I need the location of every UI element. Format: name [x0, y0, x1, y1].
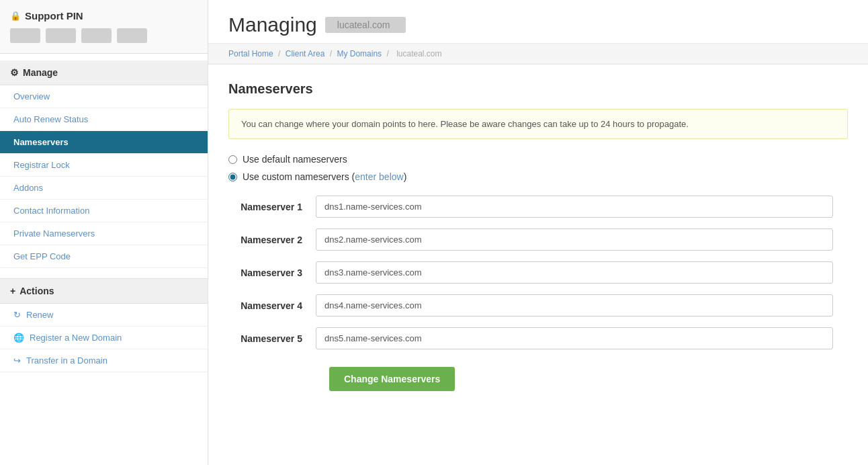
ns-row-3: Nameserver 3 — [228, 261, 833, 284]
radio-default-option[interactable]: Use default nameservers — [228, 154, 848, 165]
globe-icon: 🌐 — [13, 333, 24, 343]
breadcrumb-sep2: / — [330, 49, 335, 58]
btn-row: Change Nameservers — [228, 360, 833, 391]
nameserver-form: Nameserver 1 Nameserver 2 Nameserver 3 N… — [228, 196, 833, 391]
support-pin-label: Support PIN — [25, 10, 83, 22]
ns-input-2[interactable] — [316, 228, 833, 251]
pin-block — [117, 28, 147, 43]
radio-default-input[interactable] — [228, 155, 237, 164]
breadcrumb-portal-home[interactable]: Portal Home — [228, 49, 273, 58]
enter-below-link[interactable]: enter below — [355, 171, 403, 182]
sidebar-item-private-nameservers[interactable]: Private Nameservers — [0, 222, 208, 245]
lock-icon: 🔒 — [10, 11, 21, 21]
renew-icon: ↻ — [13, 310, 21, 320]
sidebar-item-nameservers[interactable]: Nameservers — [0, 131, 208, 154]
breadcrumb-sep3: / — [386, 49, 391, 58]
manage-header-label: Manage — [23, 67, 58, 78]
sidebar-item-overview[interactable]: Overview — [0, 85, 208, 108]
actions-section: + Actions ↻ Renew 🌐 Register a New Domai… — [0, 278, 208, 372]
actions-header-label: Actions — [19, 286, 54, 296]
ns-row-4: Nameserver 4 — [228, 294, 833, 316]
ns-input-1[interactable] — [316, 196, 833, 218]
breadcrumb-my-domains[interactable]: My Domains — [337, 49, 382, 58]
actions-nav: ↻ Renew 🌐 Register a New Domain ↪ Transf… — [0, 304, 208, 372]
support-pin-box: 🔒 Support PIN — [0, 0, 208, 54]
sidebar-item-auto-renew[interactable]: Auto Renew Status — [0, 108, 208, 131]
ns-row-5: Nameserver 5 — [228, 327, 833, 349]
breadcrumb-client-area[interactable]: Client Area — [286, 49, 325, 58]
action-renew-label: Renew — [26, 310, 53, 320]
action-register-domain[interactable]: 🌐 Register a New Domain — [0, 327, 208, 349]
page-title-text: Managing — [228, 13, 317, 36]
radio-options: Use default nameservers Use custom names… — [228, 154, 848, 182]
ns-label-5: Nameserver 5 — [228, 333, 316, 344]
main-content: Managing lucateal.com Portal Home / Clie… — [208, 0, 868, 465]
domain-badge: lucateal.com — [325, 17, 406, 33]
sidebar: 🔒 Support PIN ⚙ Manage Overview Auto Ren… — [0, 0, 208, 465]
radio-default-label: Use default nameservers — [243, 154, 347, 165]
actions-header: + Actions — [0, 278, 208, 304]
ns-input-3[interactable] — [316, 261, 833, 284]
sidebar-item-epp-code[interactable]: Get EPP Code — [0, 245, 208, 268]
action-transfer-domain[interactable]: ↪ Transfer in a Domain — [0, 349, 208, 372]
ns-input-4[interactable] — [316, 294, 833, 316]
ns-label-2: Nameserver 2 — [228, 235, 316, 245]
support-pin-placeholder — [10, 28, 198, 43]
pin-block — [46, 28, 76, 43]
page-header: Managing lucateal.com — [208, 0, 868, 44]
ns-label-3: Nameserver 3 — [228, 267, 316, 278]
sidebar-item-contact-info[interactable]: Contact Information — [0, 200, 208, 222]
breadcrumb-sep1: / — [278, 49, 283, 58]
support-pin-title: 🔒 Support PIN — [10, 10, 198, 22]
ns-label-4: Nameserver 4 — [228, 300, 316, 311]
sidebar-nav: Overview Auto Renew Status Nameservers R… — [0, 85, 208, 268]
plus-icon: + — [10, 286, 15, 296]
radio-custom-input[interactable] — [228, 173, 237, 181]
sidebar-item-registrar-lock[interactable]: Registrar Lock — [0, 154, 208, 177]
manage-section: ⚙ Manage Overview Auto Renew Status Name… — [0, 60, 208, 268]
action-renew[interactable]: ↻ Renew — [0, 304, 208, 327]
ns-input-5[interactable] — [316, 327, 833, 349]
section-title: Nameservers — [228, 81, 848, 97]
info-box: You can change where your domain points … — [228, 109, 848, 139]
action-register-domain-label: Register a New Domain — [30, 333, 122, 343]
ns-row-2: Nameserver 2 — [228, 228, 833, 251]
transfer-icon: ↪ — [13, 355, 21, 366]
manage-header: ⚙ Manage — [0, 60, 208, 85]
page-title: Managing lucateal.com — [228, 13, 848, 36]
radio-custom-label: Use custom nameservers (enter below) — [243, 171, 406, 182]
ns-row-1: Nameserver 1 — [228, 196, 833, 218]
ns-label-1: Nameserver 1 — [228, 202, 316, 212]
breadcrumb-domain: lucateal.com — [396, 49, 441, 58]
pin-block — [81, 28, 112, 43]
pin-block — [10, 28, 40, 43]
action-transfer-domain-label: Transfer in a Domain — [26, 355, 107, 366]
sidebar-item-addons[interactable]: Addons — [0, 177, 208, 200]
radio-custom-option[interactable]: Use custom nameservers (enter below) — [228, 171, 848, 182]
gear-icon: ⚙ — [10, 67, 19, 78]
breadcrumb: Portal Home / Client Area / My Domains /… — [208, 44, 868, 65]
change-nameservers-button[interactable]: Change Nameservers — [329, 367, 455, 391]
content-area: Nameservers You can change where your do… — [208, 65, 868, 408]
